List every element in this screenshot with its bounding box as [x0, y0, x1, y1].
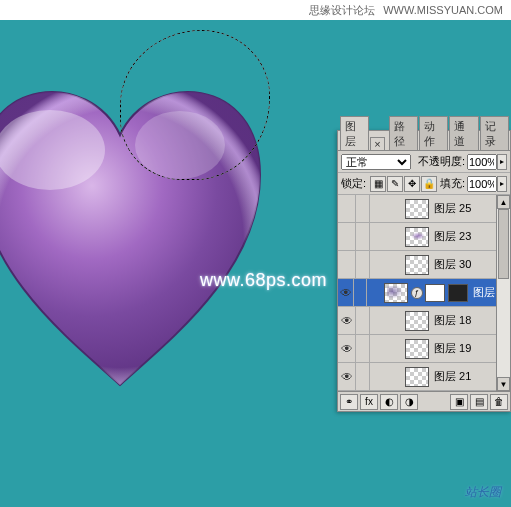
- delete-layer-icon[interactable]: 🗑: [490, 394, 508, 410]
- link-col[interactable]: [354, 279, 367, 306]
- layer-name-label[interactable]: 图层 23: [434, 229, 471, 244]
- panel-footer: ⚭ fx ◐ ◑ ▣ ▤ 🗑: [338, 391, 510, 411]
- panel-tabs: 图层 × 路径 动作 通道 记录: [338, 131, 510, 151]
- lock-fill-row: 锁定: ▦ ✎ ✥ 🔒 填充: ▸: [338, 173, 510, 195]
- new-group-icon[interactable]: ▣: [450, 394, 468, 410]
- link-col[interactable]: [356, 307, 370, 334]
- visibility-toggle[interactable]: [338, 251, 356, 278]
- link-col[interactable]: [356, 363, 370, 390]
- scroll-up-icon[interactable]: ▲: [497, 195, 510, 209]
- fx-badge-icon[interactable]: ƒ: [411, 287, 423, 299]
- opacity-label: 不透明度:: [418, 154, 465, 169]
- mask-thumbnail-2[interactable]: [448, 284, 468, 302]
- link-col[interactable]: [356, 335, 370, 362]
- svg-point-0: [0, 110, 105, 190]
- layer-thumbnail[interactable]: [405, 311, 429, 331]
- blend-opacity-row: 正常 不透明度: ▸: [338, 151, 510, 173]
- visibility-toggle[interactable]: 👁: [338, 363, 356, 390]
- blend-mode-select[interactable]: 正常: [341, 154, 411, 170]
- lock-pixels-icon[interactable]: ✎: [387, 176, 403, 192]
- layer-name-label[interactable]: 图层 19: [434, 341, 471, 356]
- link-col[interactable]: [356, 251, 370, 278]
- footer-watermark: 站长圈: [465, 484, 501, 501]
- layer-thumbnail[interactable]: [405, 199, 429, 219]
- layer-row[interactable]: 图层 23: [338, 223, 510, 251]
- layer-row[interactable]: 👁图层 18: [338, 307, 510, 335]
- site-label: 思缘设计论坛: [309, 3, 375, 18]
- eye-icon: 👁: [341, 370, 353, 384]
- layers-panel: 图层 × 路径 动作 通道 记录 正常 不透明度: ▸ 锁定: ▦ ✎ ✥ 🔒 …: [337, 130, 511, 412]
- layer-list: 图层 25图层 23图层 30👁ƒ图层 29👁图层 18👁图层 19👁图层 21: [338, 195, 510, 391]
- layer-name-label[interactable]: 图层 30: [434, 257, 471, 272]
- tab-paths[interactable]: 路径: [389, 116, 418, 150]
- layer-name-label[interactable]: 图层 18: [434, 313, 471, 328]
- lock-transparency-icon[interactable]: ▦: [370, 176, 386, 192]
- layer-row[interactable]: 👁图层 19: [338, 335, 510, 363]
- link-layers-icon[interactable]: ⚭: [340, 394, 358, 410]
- layer-thumbnail[interactable]: [405, 227, 429, 247]
- tab-channels[interactable]: 通道: [449, 116, 478, 150]
- link-col[interactable]: [356, 195, 370, 222]
- layer-name-label[interactable]: 图层 25: [434, 201, 471, 216]
- layer-row[interactable]: 图层 30: [338, 251, 510, 279]
- opacity-input[interactable]: [467, 154, 497, 170]
- fill-input[interactable]: [467, 176, 497, 192]
- eye-icon: 👁: [341, 342, 353, 356]
- opacity-arrow-icon[interactable]: ▸: [497, 154, 507, 170]
- layer-mask-icon[interactable]: ◐: [380, 394, 398, 410]
- visibility-toggle[interactable]: [338, 223, 356, 250]
- scroll-down-icon[interactable]: ▼: [497, 377, 510, 391]
- layer-name-label[interactable]: 图层 21: [434, 369, 471, 384]
- layer-fx-icon[interactable]: fx: [360, 394, 378, 410]
- lock-label: 锁定:: [341, 176, 366, 191]
- layer-row[interactable]: 👁ƒ图层 29: [338, 279, 510, 307]
- layer-thumbnail[interactable]: [405, 339, 429, 359]
- visibility-toggle[interactable]: 👁: [338, 335, 356, 362]
- layer-row[interactable]: 图层 25: [338, 195, 510, 223]
- tab-actions[interactable]: 动作: [419, 116, 448, 150]
- adjustment-layer-icon[interactable]: ◑: [400, 394, 418, 410]
- layer-thumbnail[interactable]: [405, 367, 429, 387]
- new-layer-icon[interactable]: ▤: [470, 394, 488, 410]
- lock-all-icon[interactable]: 🔒: [421, 176, 437, 192]
- visibility-toggle[interactable]: [338, 195, 356, 222]
- watermark-text: www.68ps.com: [200, 270, 327, 291]
- layer-row[interactable]: 👁图层 21: [338, 363, 510, 391]
- site-url-text: WWW.MISSYUAN.COM: [383, 4, 503, 16]
- layer-thumbnail[interactable]: [384, 283, 408, 303]
- visibility-toggle[interactable]: 👁: [338, 279, 354, 306]
- tab-layers[interactable]: 图层: [340, 116, 369, 150]
- layer-thumbnail[interactable]: [405, 255, 429, 275]
- panel-close-icon[interactable]: ×: [370, 137, 384, 150]
- mask-thumbnail[interactable]: [425, 284, 445, 302]
- fill-arrow-icon[interactable]: ▸: [497, 176, 507, 192]
- scrollbar-thumb[interactable]: [498, 209, 509, 279]
- fill-label: 填充:: [440, 176, 465, 191]
- header-bar: 思缘设计论坛 WWW.MISSYUAN.COM: [0, 0, 511, 20]
- tab-history[interactable]: 记录: [480, 116, 509, 150]
- scrollbar-track[interactable]: ▲ ▼: [496, 195, 510, 391]
- link-col[interactable]: [356, 223, 370, 250]
- eye-icon: 👁: [341, 314, 353, 328]
- visibility-toggle[interactable]: 👁: [338, 307, 356, 334]
- lock-position-icon[interactable]: ✥: [404, 176, 420, 192]
- eye-icon: 👁: [340, 286, 352, 300]
